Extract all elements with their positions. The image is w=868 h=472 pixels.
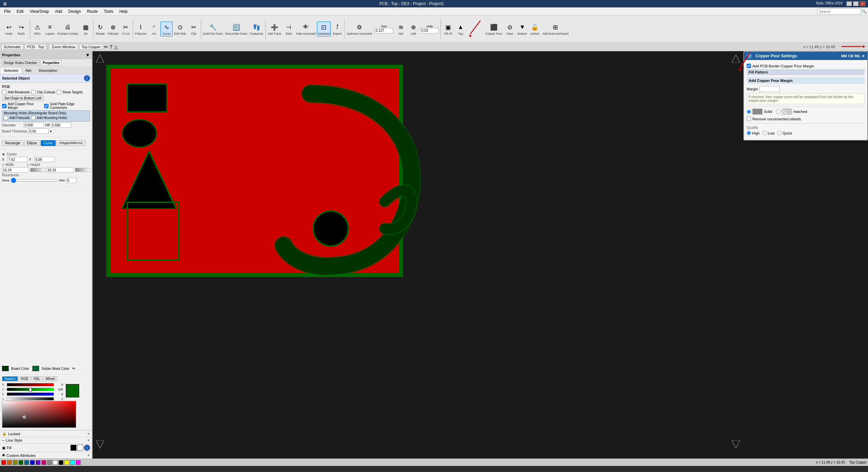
set-origin-btn[interactable]: Set Origin to Bottom Left (2, 95, 44, 101)
low-radio[interactable] (762, 131, 767, 135)
selected-button[interactable]: ⊡ Selected (317, 22, 331, 36)
stub-button[interactable]: ⊣ Stub (282, 22, 295, 36)
arc-button[interactable]: ◜ Arc (148, 22, 160, 36)
color-swatch-cyan[interactable] (70, 460, 75, 465)
solid-radio[interactable] (747, 110, 751, 114)
color-swatch-blue[interactable] (30, 460, 35, 465)
color-swatch-white[interactable] (53, 460, 58, 465)
wheel-tab[interactable]: Wheel (43, 376, 57, 381)
build-button[interactable]: 🔧 Build the Parts (202, 22, 224, 36)
preview-gerber-button[interactable]: 🖨 Preview Gerber (56, 22, 80, 36)
fiducial-button[interactable]: ⊕ Fiducial (107, 22, 119, 36)
optimize-unrouted-button[interactable]: ⚙ Optimize Unrouted (346, 22, 373, 36)
copper-help-btn[interactable]: ? (747, 53, 752, 59)
bottom-button[interactable]: ▼ Bottom (516, 22, 528, 36)
hole-input[interactable] (420, 28, 439, 33)
clear-button[interactable]: ⊘ Clear (504, 22, 516, 36)
maximize-btn[interactable]: □ (853, 1, 859, 6)
curve-shape-btn[interactable]: Curve (41, 140, 56, 146)
polyline-button[interactable]: ⌇ PolyLine (134, 22, 148, 36)
menu-add[interactable]: Add (52, 8, 65, 14)
width-input[interactable] (2, 167, 29, 173)
redo-button[interactable]: ↪ Redo (15, 22, 27, 36)
add-mounting-holes-checkbox[interactable] (31, 116, 35, 120)
drc-button[interactable]: ⚠ DRC (31, 22, 43, 36)
add-copper-pour-margin-checkbox[interactable] (2, 104, 6, 108)
fill-section[interactable]: ▣ Fill i (0, 443, 92, 452)
color-swatch-green[interactable] (19, 460, 23, 465)
copper-close-btn[interactable]: × (862, 53, 865, 59)
clip-cutouts-checkbox[interactable] (31, 90, 36, 94)
info-btn[interactable]: i (84, 75, 90, 81)
hsl-tab[interactable]: HSL (31, 376, 42, 381)
drill-button[interactable]: ⊙ Drill Hole (173, 22, 187, 36)
panel-tab-net[interactable]: Net (22, 67, 35, 74)
quick-radio[interactable] (777, 131, 782, 135)
vcut-button[interactable]: ✂ V-Cut (120, 22, 132, 36)
color-swatch-pink[interactable] (41, 460, 46, 465)
renumber-button[interactable]: 🔢 Renumber Parts (224, 22, 248, 36)
zoom-window-btn[interactable]: Zoom Window (49, 44, 78, 50)
roundness-slider[interactable] (11, 178, 58, 183)
add-track-button[interactable]: ➕ Add Track (267, 22, 282, 36)
undo-button[interactable]: ↩ Undo (3, 22, 15, 36)
panel-close-btn[interactable]: ▼ (85, 52, 90, 58)
show-targets-checkbox[interactable] (57, 90, 61, 94)
menu-design[interactable]: Design (66, 8, 84, 14)
rotate-button[interactable]: ↻ Rotate (94, 22, 107, 36)
clip-button[interactable]: ✂ Clip (188, 22, 200, 36)
a-slider-track[interactable] (7, 397, 54, 401)
y-input[interactable] (34, 157, 55, 162)
color-swatch-red[interactable] (1, 460, 6, 465)
width-slider[interactable] (30, 168, 46, 172)
polygon-shape-btn[interactable]: PolygonWithArcs (56, 140, 86, 146)
color-swatch-olive[interactable] (13, 460, 18, 465)
footprints-button[interactable]: 👣 Footprints (249, 22, 264, 36)
swatch-tab[interactable]: Swatch (2, 376, 18, 381)
hide-unrouted-button[interactable]: 👁 Hide Unrouted (295, 22, 317, 36)
menu-help[interactable]: Help (117, 8, 130, 14)
edit-color-icon[interactable]: ✏ (72, 366, 76, 371)
copper-pour-button[interactable]: ⬛ Copper Pour (484, 22, 503, 36)
add2-button[interactable]: ⊕ Add (407, 22, 419, 36)
hatched-radio[interactable] (776, 110, 780, 114)
color-swatch-black[interactable] (59, 460, 63, 465)
b-slider-track[interactable] (7, 392, 54, 396)
color-swatch-yellow[interactable] (64, 460, 69, 465)
roundness-val[interactable] (66, 178, 77, 183)
board-thickness-input[interactable] (28, 128, 49, 134)
color-swatch-magenta[interactable] (76, 460, 81, 465)
menu-route[interactable]: Route (84, 8, 100, 14)
solder-mask-swatch[interactable] (32, 366, 39, 371)
size-input[interactable] (375, 28, 393, 33)
fill-info-btn[interactable]: i (84, 445, 90, 451)
add-external-board-button[interactable]: ⊞ Add External Board (541, 22, 569, 36)
board-color-swatch[interactable] (2, 366, 9, 371)
net-button[interactable]: ≋ Net (395, 22, 407, 36)
unlock-button[interactable]: 🔓 Unlock (529, 22, 541, 36)
fill-all-button[interactable]: ▣ Fill All (442, 22, 454, 36)
mil-btn[interactable]: MIL (855, 54, 861, 58)
diameter-input2[interactable] (51, 122, 71, 128)
color-swatch-gray[interactable] (47, 460, 52, 465)
color-swatch-purple[interactable] (36, 460, 40, 465)
menu-tools[interactable]: Tools (101, 8, 116, 14)
color-swatch-orange[interactable] (7, 460, 12, 465)
menu-view[interactable]: View/Snap (27, 8, 52, 14)
pcb-top-btn[interactable]: PCB - Top (25, 44, 46, 50)
panel-tab-description[interactable]: Description (35, 67, 61, 74)
fill-black-swatch[interactable] (70, 445, 77, 451)
high-radio[interactable] (747, 131, 751, 135)
height-input[interactable] (47, 167, 74, 173)
color-spectrum[interactable] (2, 401, 76, 428)
g-slider-track[interactable] (7, 388, 54, 391)
close-btn[interactable]: ✕ (860, 1, 865, 6)
export-button[interactable]: ⤴ Export (331, 22, 343, 36)
panel-tab-selected[interactable]: Selected (0, 67, 22, 74)
3d-button[interactable]: ▦ 3D (80, 22, 92, 36)
ellipse-shape-btn[interactable]: Ellipse (24, 140, 40, 146)
text-icon[interactable]: T (110, 44, 113, 50)
menu-edit[interactable]: Edit (14, 8, 26, 14)
height-slider[interactable] (75, 168, 90, 172)
triangle-icon[interactable]: △ (114, 44, 118, 50)
